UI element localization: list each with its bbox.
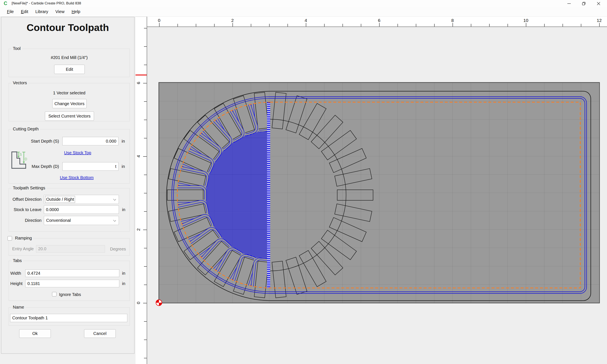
design-canvas[interactable] (147, 27, 607, 364)
ramping-checkbox[interactable] (8, 236, 12, 241)
name-group-label: Name (11, 305, 26, 310)
vectors-status: 1 Vector selected (9, 91, 130, 95)
cutting-depth-group-label: Cutting Depth (11, 127, 40, 131)
toolpath-settings-group-label: Toolpath Settings (11, 186, 47, 190)
ruler-tick (144, 248, 147, 248)
change-vectors-button[interactable]: Change Vectors (52, 99, 87, 108)
menu-help[interactable]: Help (68, 8, 84, 15)
ruler-label: 2 (136, 228, 141, 231)
use-stock-top-link[interactable]: Use Stock Top (64, 150, 91, 155)
ruler-tick (251, 24, 251, 26)
ruler-label: 6 (378, 18, 381, 23)
svg-text:S: S (19, 153, 22, 156)
restore-button[interactable] (577, 0, 591, 7)
ruler-label: 12 (597, 18, 602, 23)
ruler-tick (361, 24, 361, 26)
max-depth-field[interactable] (62, 162, 119, 171)
menu-library[interactable]: Library (32, 8, 52, 15)
ruler-tick (508, 24, 508, 26)
ruler-tick (544, 24, 545, 26)
ruler-tick (452, 23, 453, 26)
ruler-tick (324, 24, 325, 26)
close-button[interactable] (592, 0, 605, 7)
ruler-label: 2 (231, 18, 234, 23)
menu-bar: FileEditLibraryViewHelp (0, 7, 607, 17)
ruler-tick (581, 24, 581, 26)
tabs-group-label: Tabs (11, 258, 23, 263)
tab-height-field[interactable] (25, 280, 119, 287)
minimize-button[interactable] (562, 0, 576, 7)
cancel-button[interactable]: Cancel (84, 329, 116, 338)
tab-width-field[interactable] (25, 269, 119, 277)
chevron-down-icon (113, 219, 116, 221)
ruler-tick (526, 23, 526, 26)
offset-direction-select[interactable]: Outside / Right (44, 195, 119, 204)
ruler-tick (144, 120, 147, 120)
ruler-tick (471, 24, 471, 26)
ruler-tick (563, 24, 563, 26)
ruler-tick (144, 285, 147, 285)
ruler-tick (144, 358, 147, 358)
ruler-red-marker (135, 75, 147, 75)
direction-select[interactable]: Conventional (44, 216, 119, 225)
tool-group: Tool #201 End Mill (1/4") Edit (9, 49, 130, 77)
start-depth-field[interactable] (62, 137, 119, 145)
ruler-label: 0 (136, 302, 141, 304)
ruler-tick (159, 23, 159, 26)
toolpath-settings-group: Toolpath Settings Offset Direction Outsi… (9, 188, 130, 232)
entry-angle-unit: Degrees (110, 245, 126, 253)
toolpath-name-field[interactable] (10, 314, 127, 322)
ruler-tick (343, 24, 343, 26)
restore-icon (582, 2, 586, 5)
ignore-tabs-checkbox[interactable] (52, 292, 56, 296)
window-title: [NewFile]* - Carbide Create PRO, Build 8… (12, 1, 81, 5)
stock-to-leave-field[interactable] (44, 205, 119, 214)
name-group: Name (9, 307, 130, 326)
title-bar: C [NewFile]* - Carbide Create PRO, Build… (0, 0, 607, 7)
vertical-ruler: 6420 (135, 17, 147, 364)
ruler-tick (489, 24, 490, 26)
select-current-vectors-button[interactable]: Select Current Vectors (45, 111, 94, 121)
ruler-tick (177, 24, 178, 26)
ruler-tick (196, 24, 196, 26)
ruler-label: 0 (158, 18, 160, 23)
ruler-tick (306, 23, 306, 26)
contour-toolpath-panel: Contour Toolpath Tool #201 End Mill (1/4… (1, 17, 134, 354)
ruler-tick (143, 156, 147, 157)
ruler-tick (214, 24, 214, 26)
use-stock-bottom-link[interactable]: Use Stock Bottom (60, 175, 93, 180)
ruler-tick (144, 339, 147, 340)
horizontal-ruler: 024681012 (135, 17, 607, 27)
max-depth-unit: in (122, 162, 125, 171)
direction-label: Direction (9, 216, 41, 225)
tab-height-unit: in (122, 279, 125, 288)
menu-file[interactable]: File (3, 8, 17, 15)
ruler-tick (599, 23, 600, 26)
ruler-tick (144, 101, 147, 102)
ruler-tick (144, 138, 147, 138)
max-depth-label: Max Depth (D) (9, 162, 59, 171)
ruler-tick (269, 24, 270, 26)
edit-tool-button[interactable]: Edit (54, 65, 85, 74)
svg-text:D: D (25, 157, 27, 161)
ruler-tick (144, 266, 147, 267)
ruler-label: 4 (136, 155, 141, 157)
ignore-tabs-label: Ignore Tabs (59, 292, 81, 297)
ok-button[interactable]: Ok (19, 329, 51, 338)
ruler-tick (288, 24, 288, 26)
ruler-tick (143, 303, 147, 303)
ruler-tick (144, 193, 147, 193)
entry-angle-field (36, 245, 105, 253)
menu-edit[interactable]: Edit (17, 8, 32, 15)
vectors-group-label: Vectors (11, 80, 28, 85)
menu-view[interactable]: View (52, 8, 68, 15)
stock-material (158, 82, 600, 303)
start-depth-unit: in (122, 137, 125, 145)
cutting-depth-group: Cutting Depth Start Depth (S) in Use Sto… (9, 129, 130, 183)
ruler-tick (379, 23, 380, 26)
ruler-tick (434, 24, 435, 26)
ruler-label: 8 (451, 18, 454, 23)
app-logo-icon: C (3, 1, 8, 6)
ruler-tick (397, 24, 398, 26)
ruler-tick (143, 83, 147, 83)
